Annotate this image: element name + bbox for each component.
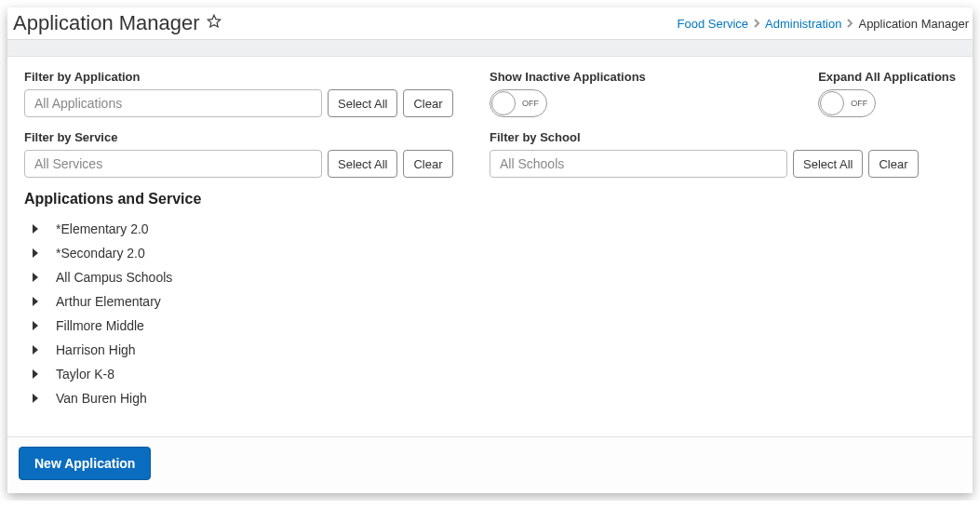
tree-item[interactable]: Harrison High: [32, 338, 956, 362]
expand-all-group: Expand All Applications OFF: [818, 70, 956, 117]
caret-right-icon: [32, 367, 39, 381]
filter-service-label: Filter by Service: [24, 130, 460, 144]
filters-row-1: Filter by Application All Applications S…: [24, 70, 956, 117]
select-all-service-button[interactable]: Select All: [328, 150, 397, 178]
toggle-knob: [820, 91, 844, 115]
chevron-right-icon: [845, 17, 854, 31]
filter-service-group: Filter by Service All Services Select Al…: [24, 130, 460, 178]
chevron-right-icon: [752, 17, 761, 31]
expand-all-label: Expand All Applications: [818, 70, 956, 84]
tree-item-label: All Campus Schools: [56, 270, 172, 285]
clear-school-button[interactable]: Clear: [868, 150, 918, 178]
filter-school-group: Filter by School All Schools Select All …: [490, 130, 919, 178]
caret-right-icon: [32, 270, 39, 285]
caret-right-icon: [32, 294, 39, 309]
filter-application-label: Filter by Application: [24, 70, 460, 84]
breadcrumb: Food Service Administration Application …: [678, 17, 973, 31]
tree-item-label: Arthur Elementary: [56, 294, 161, 309]
tree-item-label: Harrison High: [56, 342, 136, 357]
new-application-button[interactable]: New Application: [19, 447, 151, 480]
tree-item-label: *Secondary 2.0: [56, 246, 145, 261]
tree-item-label: Taylor K-8: [56, 367, 114, 381]
filters-row-2: Filter by Service All Services Select Al…: [24, 130, 956, 178]
favorite-star-icon[interactable]: [206, 13, 222, 33]
toggle-knob: [491, 91, 516, 115]
tree-item-label: Van Buren High: [56, 391, 147, 406]
breadcrumb-link-administration[interactable]: Administration: [765, 17, 841, 31]
toggle-state-text: OFF: [851, 99, 867, 108]
toggle-state-text: OFF: [522, 99, 539, 108]
caret-right-icon: [32, 342, 39, 357]
filter-school-input[interactable]: All Schools: [490, 150, 787, 178]
title-group: Application Manager: [13, 11, 222, 35]
tree-item-label: *Elementary 2.0: [56, 221, 149, 236]
tree-item-label: Fillmore Middle: [56, 318, 144, 333]
page-title: Application Manager: [13, 11, 200, 35]
clear-service-button[interactable]: Clear: [403, 150, 452, 178]
show-inactive-toggle[interactable]: OFF: [490, 89, 547, 117]
tree-item[interactable]: All Campus Schools: [32, 265, 956, 289]
filter-school-label: Filter by School: [490, 130, 919, 144]
show-inactive-label: Show Inactive Applications: [490, 70, 788, 84]
content-area: Filter by Application All Applications S…: [7, 57, 973, 436]
show-inactive-group: Show Inactive Applications OFF: [490, 70, 788, 117]
applications-tree: *Elementary 2.0 *Secondary 2.0 All Campu…: [24, 217, 956, 410]
tree-item[interactable]: *Elementary 2.0: [32, 217, 956, 241]
expand-all-toggle[interactable]: OFF: [818, 89, 876, 117]
footer-bar: New Application: [7, 436, 973, 493]
app-window: Application Manager Food Service Adminis…: [7, 7, 973, 493]
tree-item[interactable]: Arthur Elementary: [32, 289, 956, 314]
clear-application-button[interactable]: Clear: [403, 89, 452, 117]
tree-item[interactable]: Taylor K-8: [32, 362, 956, 386]
tree-item[interactable]: Fillmore Middle: [32, 314, 956, 338]
select-all-school-button[interactable]: Select All: [793, 150, 863, 178]
filter-application-input[interactable]: All Applications: [24, 89, 322, 117]
filter-application-group: Filter by Application All Applications S…: [24, 70, 460, 117]
tree-item[interactable]: *Secondary 2.0: [32, 241, 956, 265]
breadcrumb-current: Application Manager: [858, 17, 969, 31]
caret-right-icon: [32, 246, 39, 261]
header-bar: Application Manager Food Service Adminis…: [7, 7, 973, 40]
caret-right-icon: [32, 391, 39, 406]
breadcrumb-link-food-service[interactable]: Food Service: [678, 17, 749, 31]
tree-item[interactable]: Van Buren High: [32, 386, 956, 410]
spacer-band: [7, 40, 973, 57]
caret-right-icon: [32, 221, 39, 236]
caret-right-icon: [32, 318, 39, 333]
applications-section-title: Applications and Service: [24, 191, 956, 207]
select-all-application-button[interactable]: Select All: [328, 89, 397, 117]
filter-service-input[interactable]: All Services: [24, 150, 322, 178]
